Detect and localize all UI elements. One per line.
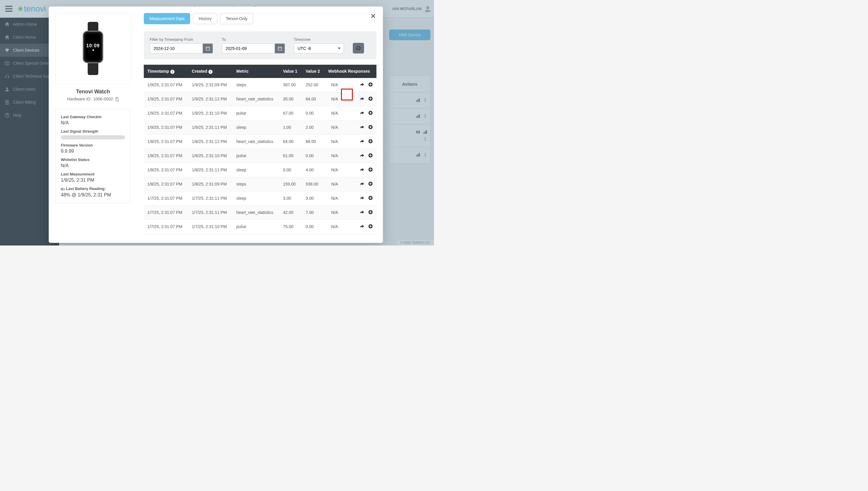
add-icon[interactable] (368, 210, 373, 215)
to-calendar-button[interactable] (275, 44, 285, 54)
forward-icon[interactable] (360, 139, 365, 144)
last-measure-label: Last Measurement (61, 172, 125, 176)
firmware-value: 9.9.99 (61, 149, 125, 154)
th-value2[interactable]: Value 2 (302, 65, 325, 78)
cell-created: 1/8/25, 2:31:10 PM (188, 149, 233, 163)
cell-actions (345, 149, 376, 163)
add-icon[interactable] (368, 153, 373, 158)
cell-webhook: N/A (325, 177, 345, 191)
cell-timestamp: 1/8/25, 2:31:07 PM (144, 177, 188, 191)
th-created[interactable]: Createdi (188, 65, 233, 78)
to-date-input[interactable] (222, 44, 275, 54)
forward-icon[interactable] (360, 111, 365, 116)
cell-created: 1/9/25, 2:31:10 PM (188, 106, 233, 120)
cell-actions (345, 120, 376, 135)
cell-created: 1/9/25, 2:31:12 PM (188, 92, 233, 106)
calendar-icon (278, 47, 282, 51)
cell-value2: 3.00 (302, 191, 325, 205)
add-icon[interactable] (368, 111, 373, 116)
from-label: Filter by Timestamp From (150, 37, 213, 42)
cell-created: 1/8/25, 2:31:11 PM (188, 163, 233, 177)
cell-value1: 1.00 (280, 120, 302, 135)
forward-icon[interactable] (360, 181, 365, 187)
info-icon[interactable]: i (170, 70, 175, 74)
cell-timestamp: 1/8/25, 2:31:07 PM (144, 135, 188, 149)
cell-timestamp: 1/9/25, 2:31:07 PM (144, 120, 188, 135)
signal-label: Last Signal Strength (61, 129, 125, 134)
from-date-input[interactable] (150, 44, 203, 54)
cell-timestamp: 1/7/25, 2:31:07 PM (144, 220, 188, 234)
filter-bar: Filter by Timestamp From To (144, 31, 376, 59)
cell-value2: 0.00 (302, 220, 325, 234)
cell-timestamp: 1/7/25, 2:31:07 PM (144, 205, 188, 220)
info-icon[interactable]: i (209, 70, 213, 74)
tab-history[interactable]: History (193, 13, 217, 24)
forward-icon[interactable] (360, 125, 365, 130)
cell-value2: 2.00 (302, 120, 325, 135)
forward-icon[interactable] (360, 82, 365, 88)
cell-metric: sleep (233, 163, 280, 177)
add-icon[interactable] (368, 96, 373, 102)
tabs: Measurement Data History Tenovi-Only (144, 13, 376, 24)
tab-measurement-data[interactable]: Measurement Data (144, 13, 190, 24)
forward-icon[interactable] (360, 196, 365, 201)
forward-icon[interactable] (360, 167, 365, 173)
cell-metric: steps (233, 78, 280, 92)
forward-icon[interactable] (360, 153, 365, 158)
cell-timestamp: 1/8/25, 2:31:07 PM (144, 163, 188, 177)
th-value1[interactable]: Value 1 (280, 65, 302, 78)
signal-bar (61, 135, 125, 139)
table-row: 1/8/25, 2:31:07 PM 1/8/25, 2:31:11 PM sl… (144, 163, 376, 177)
refresh-button[interactable] (353, 43, 364, 54)
cell-actions (345, 220, 376, 234)
from-calendar-button[interactable] (203, 44, 213, 54)
add-icon[interactable] (368, 167, 373, 173)
watch-time: 10:09 (86, 43, 100, 49)
cell-timestamp: 1/9/25, 2:31:07 PM (144, 92, 188, 106)
device-name: Tenovi Watch (55, 89, 131, 95)
cell-value1: 64.00 (280, 135, 302, 149)
th-timestamp[interactable]: Timestampi (144, 65, 188, 78)
to-label: To (222, 37, 285, 42)
add-icon[interactable] (368, 181, 373, 187)
cell-actions (345, 163, 376, 177)
tab-tenovi-only[interactable]: Tenovi-Only (220, 13, 253, 24)
battery-label: Last Battery Reading: (61, 186, 125, 191)
whitelist-value: N/A (61, 163, 125, 168)
add-icon[interactable] (368, 224, 373, 230)
close-button[interactable]: ✕ (371, 12, 376, 20)
whitelist-label: Whitelist Status (61, 157, 125, 162)
filter-timezone: Timezone UTC -8 (294, 37, 344, 54)
cell-value1: 35.00 (280, 92, 302, 106)
cell-metric: steps (233, 177, 280, 191)
cell-value2: 0.00 (302, 149, 325, 163)
cell-value2: 64.00 (302, 92, 325, 106)
add-icon[interactable] (368, 125, 373, 130)
cell-metric: pulse (233, 106, 280, 120)
table-row: 1/7/25, 2:31:07 PM 1/7/25, 2:31:11 PM he… (144, 205, 376, 220)
cell-timestamp: 1/7/25, 2:31:07 PM (144, 191, 188, 205)
forward-icon[interactable] (360, 210, 365, 215)
forward-icon[interactable] (360, 96, 365, 102)
cell-value1: 3.00 (280, 191, 302, 205)
cell-timestamp: 1/9/25, 2:31:07 PM (144, 106, 188, 120)
cell-webhook: N/A (325, 149, 345, 163)
cell-value1: 67.00 (280, 106, 302, 120)
filter-to: To (222, 37, 285, 54)
last-gateway-value: N/A (61, 120, 125, 125)
table-row: 1/8/25, 2:31:07 PM 1/8/25, 2:31:10 PM pu… (144, 149, 376, 163)
th-webhook[interactable]: Webhook Responses (325, 65, 376, 78)
add-icon[interactable] (368, 196, 373, 201)
timezone-select[interactable]: UTC -8 (294, 44, 344, 54)
cell-value1: 0.00 (280, 163, 302, 177)
add-icon[interactable] (368, 139, 373, 144)
add-icon[interactable] (368, 82, 373, 88)
cell-created: 1/8/25, 2:31:09 PM (188, 177, 233, 191)
cell-actions (345, 106, 376, 120)
forward-icon[interactable] (360, 224, 365, 230)
cell-value2: 938.00 (302, 177, 325, 191)
copy-icon[interactable] (115, 96, 119, 101)
cell-value1: 61.00 (280, 149, 302, 163)
cell-created: 1/9/25, 2:31:11 PM (188, 120, 233, 135)
th-metric[interactable]: Metric (233, 65, 280, 78)
